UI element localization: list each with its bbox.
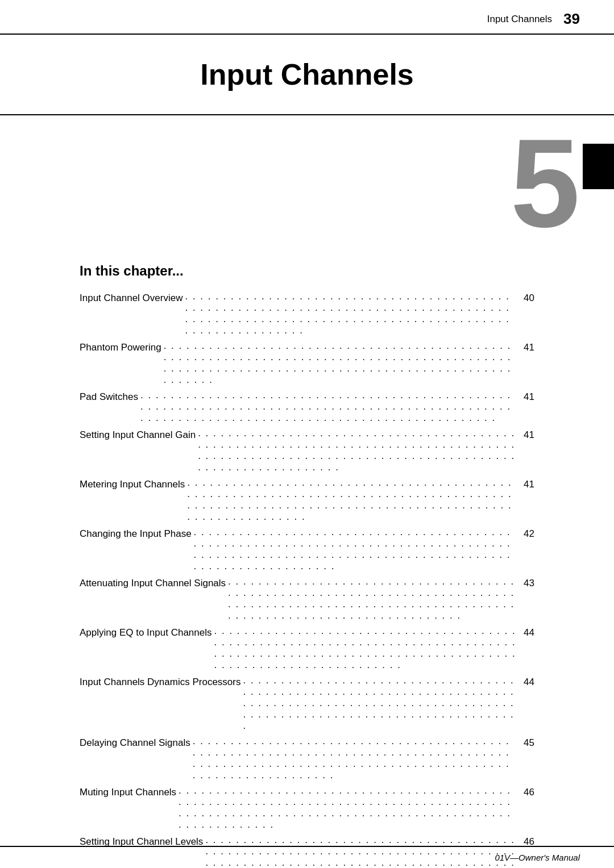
- toc-item: Input Channels Dynamics Processors44: [80, 677, 534, 734]
- chapter-title: Input Channels: [34, 52, 580, 103]
- chapter-tab: [583, 144, 614, 189]
- toc-label: Phantom Powering: [80, 342, 161, 353]
- toc-list: Input Channel Overview40Phantom Powering…: [80, 293, 534, 868]
- toc-page: 43: [518, 578, 534, 589]
- toc-label: Muting Input Channels: [80, 787, 176, 798]
- toc-dots: [243, 675, 516, 732]
- toc-label: Input Channels Dynamics Processors: [80, 677, 240, 688]
- toc-item: Attenuating Input Channel Signals43: [80, 578, 534, 624]
- page-container: Input Channels 39 Input Channels 5 In th…: [0, 0, 614, 868]
- top-header: Input Channels 39: [0, 0, 614, 35]
- toc-item: Metering Input Channels41: [80, 479, 534, 525]
- toc-dots: [198, 428, 516, 474]
- in-this-chapter-section: In this chapter... Input Channel Overvie…: [0, 240, 614, 868]
- toc-item: Phantom Powering41: [80, 342, 534, 388]
- footer-text: 01V—Owner's Manual: [495, 853, 580, 862]
- toc-page: 41: [518, 429, 534, 441]
- toc-item: Delaying Channel Signals45: [80, 737, 534, 783]
- toc-label: Metering Input Channels: [80, 479, 185, 490]
- toc-dots: [214, 625, 516, 671]
- header-page-number: 39: [563, 10, 580, 28]
- toc-item: Input Channel Overview40: [80, 293, 534, 339]
- toc-dots: [185, 291, 516, 337]
- chapter-title-area: Input Channels: [0, 35, 614, 115]
- toc-dots: [187, 477, 516, 523]
- toc-page: 41: [518, 479, 534, 490]
- toc-page: 45: [518, 737, 534, 749]
- toc-label: Setting Input Channel Gain: [80, 429, 196, 441]
- toc-page: 41: [518, 342, 534, 353]
- chapter-number: 5: [511, 121, 580, 246]
- toc-item: Applying EQ to Input Channels44: [80, 627, 534, 673]
- toc-dots: [140, 390, 516, 424]
- toc-page: 42: [518, 528, 534, 540]
- toc-label: Applying EQ to Input Channels: [80, 627, 211, 639]
- toc-dots: [193, 736, 516, 782]
- toc-dots: [179, 785, 516, 831]
- toc-item: Muting Input Channels46: [80, 787, 534, 833]
- toc-item: Pad Switches41: [80, 391, 534, 426]
- toc-label: Pad Switches: [80, 391, 138, 403]
- toc-label: Changing the Input Phase: [80, 528, 192, 540]
- toc-dots: [194, 527, 516, 573]
- toc-page: 40: [518, 293, 534, 304]
- section-heading: In this chapter...: [80, 263, 534, 279]
- toc-label: Attenuating Input Channel Signals: [80, 578, 226, 589]
- toc-dots: [164, 340, 516, 386]
- header-title: Input Channels: [487, 14, 552, 25]
- toc-label: Input Channel Overview: [80, 293, 182, 304]
- chapter-number-area: 5: [0, 115, 614, 240]
- toc-item: Changing the Input Phase42: [80, 528, 534, 574]
- toc-label: Delaying Channel Signals: [80, 737, 190, 749]
- toc-dots: [228, 576, 516, 622]
- toc-page: 41: [518, 391, 534, 403]
- toc-page: 46: [518, 787, 534, 798]
- toc-page: 44: [518, 677, 534, 688]
- toc-page: 44: [518, 627, 534, 639]
- toc-item: Setting Input Channel Gain41: [80, 429, 534, 475]
- footer: 01V—Owner's Manual: [0, 846, 614, 868]
